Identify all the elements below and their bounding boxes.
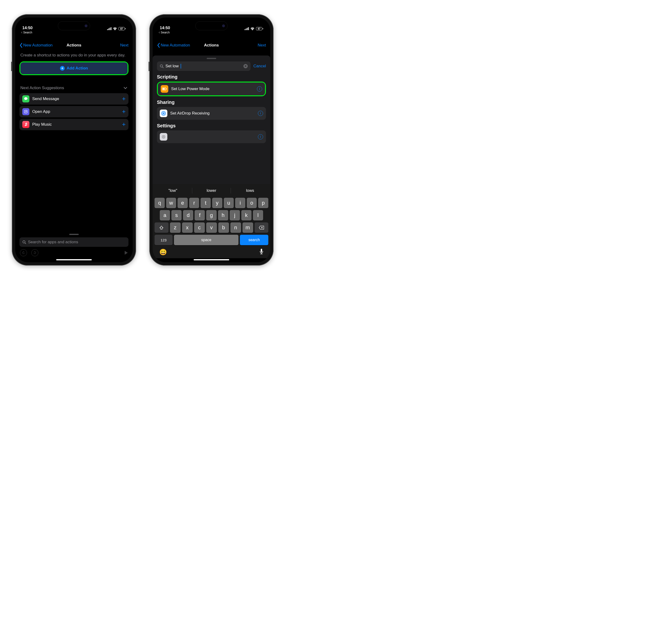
key-b[interactable]: b (218, 223, 229, 233)
highlight-add-action: + Add Action (19, 62, 128, 75)
emoji-icon[interactable]: 😀 (159, 248, 167, 256)
clear-icon[interactable]: ✕ (244, 64, 248, 68)
svg-line-6 (25, 243, 26, 244)
section-scripting: Scripting (157, 71, 266, 82)
section-sharing: Sharing (157, 96, 266, 107)
key-i[interactable]: i (235, 198, 245, 208)
nav-back[interactable]: New Automation (19, 43, 53, 48)
key-j[interactable]: j (230, 210, 240, 220)
info-icon[interactable]: i (258, 134, 263, 139)
key-s[interactable]: s (171, 210, 182, 220)
result-settings-item[interactable]: i (157, 130, 266, 143)
dynamic-island (58, 21, 90, 30)
key-l[interactable]: l (253, 210, 263, 220)
key-u[interactable]: u (224, 198, 234, 208)
battery-icon (161, 85, 168, 93)
wifi-icon (113, 27, 117, 30)
nav-title: Actions (67, 43, 81, 48)
key-backspace[interactable] (255, 223, 268, 233)
key-v[interactable]: v (206, 223, 217, 233)
phone-left: 14:50 87 Search New Automation Actions N… (12, 14, 136, 266)
result-set-airdrop[interactable]: Set AirDrop Receiving i (157, 107, 266, 120)
key-f[interactable]: f (194, 210, 205, 220)
battery-icon: 87 (256, 27, 263, 30)
key-t[interactable]: t (201, 198, 211, 208)
plus-icon: + (122, 95, 126, 103)
result-set-low-power[interactable]: Set Low Power Mode i (158, 82, 265, 95)
search-icon (160, 64, 164, 68)
cellular-icon (245, 27, 249, 30)
play-icon[interactable] (124, 251, 128, 255)
key-a[interactable]: a (160, 210, 170, 220)
key-z[interactable]: z (170, 223, 181, 233)
plus-circle-icon: + (60, 66, 65, 71)
status-time: 14:50 (160, 26, 170, 30)
key-k[interactable]: k (241, 210, 252, 220)
svg-point-16 (163, 113, 164, 114)
breadcrumb-search[interactable]: Search (153, 31, 270, 34)
svg-rect-15 (166, 88, 167, 89)
key-123[interactable]: 123 (155, 235, 173, 245)
key-o[interactable]: o (247, 198, 257, 208)
home-indicator[interactable] (56, 259, 92, 260)
music-icon (22, 121, 29, 128)
add-action-button[interactable]: + Add Action (20, 63, 128, 74)
redo-button[interactable] (31, 249, 38, 256)
svg-rect-8 (246, 29, 247, 30)
key-d[interactable]: d (183, 210, 193, 220)
mic-icon[interactable] (259, 248, 264, 255)
key-shift[interactable] (155, 223, 169, 233)
keyboard: "low" lower lows q w e r t y u i o p a s (153, 184, 270, 258)
suggestions-title: Next Action Suggestions (20, 86, 64, 90)
search-field[interactable]: Set low ✕ (157, 62, 251, 71)
svg-rect-1 (108, 29, 109, 30)
svg-rect-14 (163, 88, 165, 90)
kb-suggestion[interactable]: lows (231, 186, 269, 196)
svg-rect-0 (107, 29, 108, 30)
nav-back[interactable]: New Automation (157, 43, 190, 48)
key-x[interactable]: x (182, 223, 193, 233)
key-c[interactable]: c (194, 223, 205, 233)
drag-handle[interactable] (207, 58, 216, 59)
section-settings: Settings (157, 120, 266, 130)
open-app-icon (22, 108, 29, 115)
key-q[interactable]: q (155, 198, 165, 208)
key-e[interactable]: e (178, 198, 188, 208)
breadcrumb-search[interactable]: Search (15, 31, 133, 34)
key-h[interactable]: h (218, 210, 228, 220)
svg-rect-2 (110, 28, 110, 30)
intro-text: Create a shortcut to actions you do in y… (19, 51, 128, 62)
suggestion-play-music[interactable]: Play Music + (19, 119, 128, 130)
airdrop-icon (160, 110, 167, 117)
highlight-low-power: Set Low Power Mode i (157, 82, 266, 96)
svg-rect-9 (247, 28, 248, 30)
key-p[interactable]: p (258, 198, 268, 208)
phone-right: 14:50 87 Search New Automation Actions N… (149, 14, 273, 266)
nav-next[interactable]: Next (258, 43, 266, 48)
key-n[interactable]: n (230, 223, 241, 233)
home-indicator[interactable] (193, 259, 229, 260)
key-g[interactable]: g (206, 210, 216, 220)
info-icon[interactable]: i (257, 86, 262, 91)
suggestion-open-app[interactable]: Open App + (19, 106, 128, 117)
battery-icon: 87 (119, 27, 126, 30)
cellular-icon (107, 27, 112, 30)
dynamic-island (195, 21, 227, 30)
svg-rect-3 (111, 27, 112, 30)
chevron-down-icon[interactable] (123, 86, 128, 89)
key-y[interactable]: y (212, 198, 222, 208)
search-field[interactable]: Search for apps and actions (19, 237, 128, 247)
suggestion-send-message[interactable]: Send Message + (19, 93, 128, 105)
kb-suggestion[interactable]: lower (192, 186, 231, 196)
undo-button[interactable] (20, 249, 27, 256)
key-w[interactable]: w (166, 198, 176, 208)
info-icon[interactable]: i (258, 111, 263, 116)
key-m[interactable]: m (243, 223, 253, 233)
nav-next[interactable]: Next (120, 43, 128, 48)
key-search[interactable]: search (240, 235, 268, 245)
kb-suggestion[interactable]: "low" (154, 186, 192, 196)
cancel-button[interactable]: Cancel (253, 64, 266, 69)
key-r[interactable]: r (189, 198, 199, 208)
drag-handle[interactable] (69, 234, 79, 235)
key-space[interactable]: space (174, 235, 239, 245)
